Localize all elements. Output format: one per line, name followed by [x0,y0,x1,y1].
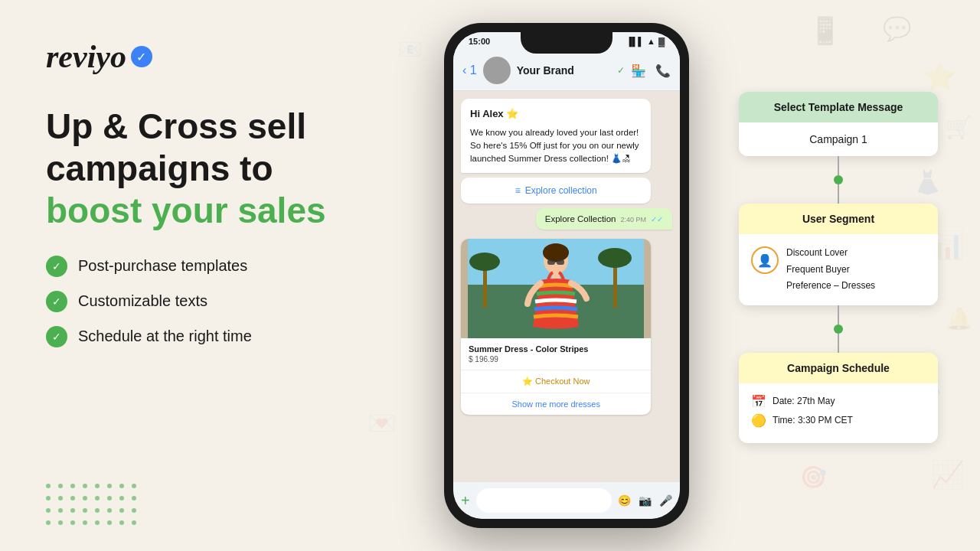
list-icon: ≡ [515,185,521,196]
connector-1 [834,156,843,204]
product-card: Summer Dress - Color Stripes $ 196.99 ⭐ … [461,239,651,415]
campaign-name: Campaign 1 [751,133,926,145]
product-name: Summer Dress - Color Stripes [469,344,643,354]
headline-line1: Up & Cross sell [46,106,306,146]
connector-dot [834,175,843,184]
segment-line1: Discount Lover [786,247,848,258]
read-receipt-icon: ✓✓ [651,215,663,223]
template-card: Select Template Message Campaign 1 [739,92,938,156]
battery-icon: ▓ [658,37,665,46]
message-body: We know you already loved your last orde… [470,126,642,166]
camera-icon[interactable]: 📷 [639,494,652,507]
phone-mockup: 15:00 ▐▌▌ ▲ ▓ ‹ 1 Your Brand ✓ 🏪 📞 [444,23,689,528]
left-section: reviyo ✓ Up & Cross sell campaigns to bo… [46,38,413,361]
sent-message: Explore Collection 2:40 PM ✓✓ [536,208,672,230]
schedule-date: Date: 27th May [773,396,835,406]
workflow-panel: Select Template Message Campaign 1 User … [735,92,942,443]
chat-header: ‹ 1 Your Brand ✓ 🏪 📞 [453,51,680,91]
store-icon[interactable]: 🏪 [631,64,646,78]
call-icon[interactable]: 📞 [655,64,671,78]
schedule-date-row: 📅 Date: 27th May [751,394,926,409]
features-list: ✓ Post-purchase templates ✓ Customizable… [46,256,413,347]
product-info: Summer Dress - Color Stripes $ 196.99 [461,338,651,370]
product-image [461,239,651,338]
segment-line2: Frequent Buyer [786,264,850,275]
schedule-card-header: Campaign Schedule [739,353,938,383]
product-price: $ 196.99 [469,355,643,364]
check-icon-2: ✓ [46,291,67,312]
logo-badge: ✓ [131,46,152,67]
check-icon-3: ✓ [46,326,67,347]
connector-line-3 [838,305,839,324]
connector-line-2 [838,184,839,204]
sent-text: Explore Collection [545,214,616,223]
mic-icon[interactable]: 🎤 [659,494,672,507]
chat-action-icons: 🏪 📞 [631,64,671,78]
schedule-card: Campaign Schedule 📅 Date: 27th May 🟡 Tim… [739,353,938,443]
segment-info: 👤 Discount Lover Frequent Buyer Preferen… [751,245,926,295]
template-card-header: Select Template Message [739,92,938,122]
feature-item-2: ✓ Customizable texts [46,291,413,312]
headline-green: boost your sales [46,191,326,230]
svg-point-3 [469,253,500,271]
feature-label-2: Customizable texts [78,292,207,310]
phone-notch [521,32,612,54]
add-attachment-icon[interactable]: + [461,492,470,510]
greeting-text: Hi Alex ⭐ [470,106,642,122]
feature-item-1: ✓ Post-purchase templates [46,256,413,277]
schedule-time: Time: 3:30 PM CET [773,415,853,425]
template-card-body: Campaign 1 [739,122,938,156]
svg-point-5 [598,248,632,268]
back-icon[interactable]: ‹ 1 [462,64,477,77]
connector-dot-2 [834,324,843,334]
verified-brand-icon: ✓ [617,65,625,76]
message-input[interactable] [476,488,612,513]
wifi-icon: ▲ [647,37,655,46]
feature-label-3: Schedule at the right time [78,328,252,345]
segment-text: Discount Lover Frequent Buyer Preference… [786,245,875,295]
check-icon-1: ✓ [46,256,67,277]
svg-point-7 [543,243,569,262]
more-dresses-button[interactable]: Show me more dresses [461,393,651,415]
message-time: 2:40 PM [620,216,646,223]
connector-2 [834,305,843,353]
checkout-button[interactable]: ⭐ Checkout Now [461,370,651,393]
dots-decoration [46,484,139,528]
schedule-card-body: 📅 Date: 27th May 🟡 Time: 3:30 PM CET [739,383,938,443]
brand-name: Your Brand [517,64,611,77]
segment-user-icon: 👤 [751,246,779,274]
connector-line [838,156,839,175]
chat-input-bar: + 😊 📷 🎤 [453,482,680,519]
logo-area: reviyo ✓ [46,38,413,75]
phone-outer: 15:00 ▐▌▌ ▲ ▓ ‹ 1 Your Brand ✓ 🏪 📞 [444,23,689,528]
calendar-icon: 📅 [751,394,766,409]
segment-card-header: User Segment [739,204,938,234]
input-action-icons: 😊 📷 🎤 [618,494,672,507]
connector-line-4 [838,334,839,353]
received-message: Hi Alex ⭐ We know you already loved your… [461,99,651,173]
clock-icon: 🟡 [751,413,766,428]
svg-rect-8 [547,259,555,265]
chat-body: Hi Alex ⭐ We know you already loved your… [453,91,680,482]
verified-icon: ✓ [136,50,146,64]
explore-collection-button[interactable]: ≡ Explore collection [461,178,651,204]
headline: Up & Cross sell campaigns to boost your … [46,106,413,233]
status-icons: ▐▌▌ ▲ ▓ [626,37,665,46]
segment-card: User Segment 👤 Discount Lover Frequent B… [739,204,938,305]
segment-card-body: 👤 Discount Lover Frequent Buyer Preferen… [739,234,938,305]
headline-line2: campaigns to [46,148,273,188]
signal-icon: ▐▌▌ [626,37,644,46]
logo-text: reviyo [46,38,126,75]
feature-label-1: Post-purchase templates [78,257,247,275]
schedule-time-row: 🟡 Time: 3:30 PM CET [751,413,926,428]
sticker-icon[interactable]: 😊 [618,494,631,507]
svg-rect-9 [557,259,564,265]
phone-inner: 15:00 ▐▌▌ ▲ ▓ ‹ 1 Your Brand ✓ 🏪 📞 [453,32,680,519]
avatar [483,57,511,84]
segment-line3: Preference – Dresses [786,280,875,291]
status-time: 15:00 [469,37,490,46]
explore-label: Explore collection [525,185,597,196]
feature-item-3: ✓ Schedule at the right time [46,326,413,347]
